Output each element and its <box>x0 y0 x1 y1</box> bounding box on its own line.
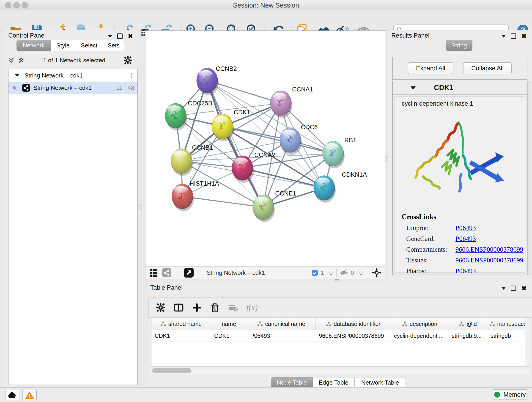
entry-collapse-icon[interactable] <box>411 86 416 89</box>
table-options-gear-icon[interactable] <box>156 303 166 313</box>
node-label: CCNE1 <box>275 190 296 197</box>
network-label: String Network – cdk1 <box>33 84 92 91</box>
expand-all-chevron-icon[interactable] <box>17 56 25 64</box>
column-network-icon <box>326 321 331 326</box>
table-cell[interactable]: stringdb <box>487 330 529 341</box>
network-list-toolbar: 1 of 1 Network selected <box>2 54 138 67</box>
gene-entry-body: cyclin-dependent kinase 1 <box>394 96 525 273</box>
panel-float-icon[interactable] <box>511 286 516 291</box>
column-header-label: name <box>222 321 236 327</box>
panel-float-icon[interactable] <box>117 33 123 39</box>
network-view-share-icon[interactable] <box>162 268 172 278</box>
tab-select[interactable]: Select <box>75 40 103 51</box>
create-column-plus-icon[interactable] <box>192 303 202 313</box>
tab-node-table[interactable]: Node Table <box>271 377 313 388</box>
node-label: HIST1H1A <box>190 180 219 187</box>
column-header-database-identifier[interactable]: database identifier <box>316 318 391 330</box>
crosslinks-title: CrossLinks <box>402 213 525 221</box>
column-header-name[interactable]: name <box>211 318 247 330</box>
tab-sets[interactable]: Sets <box>103 40 124 51</box>
network-options-gear-icon[interactable] <box>123 56 133 65</box>
collection-count: 1 <box>130 72 133 79</box>
node-label: CCNA2 <box>254 152 275 158</box>
table-row[interactable]: CDK1CDK1P064939606.ENSP00000378699cyclin… <box>152 330 529 341</box>
tab-edge-table[interactable]: Edge Table <box>313 377 355 388</box>
results-scrollbar[interactable] <box>527 81 531 275</box>
show-columns-icon[interactable] <box>173 302 184 313</box>
column-header--id[interactable]: @id <box>448 318 487 330</box>
panel-float-icon[interactable] <box>511 33 516 39</box>
table-vertical-scrollbar[interactable] <box>525 318 529 367</box>
node-label: CCNB1 <box>192 144 213 151</box>
birdseye-grid-icon[interactable] <box>149 268 158 277</box>
collapse-all-button[interactable]: Collapse All <box>463 62 512 74</box>
column-network-icon <box>257 321 263 326</box>
protein-structure-image <box>411 113 509 205</box>
network-node-hist1h1a[interactable]: HIST1H1A <box>172 180 219 211</box>
delete-column-trash-icon[interactable] <box>210 302 220 313</box>
selected-checkbox-icon[interactable] <box>312 269 318 276</box>
column-header-description[interactable]: description <box>391 318 449 330</box>
crosslink-link[interactable]: P06493 <box>456 267 476 275</box>
column-header-shared-name[interactable]: shared name <box>152 318 211 330</box>
network-node-cdc6[interactable]: CDC6 <box>280 124 318 155</box>
crosslink-link[interactable]: P06493 <box>456 235 476 242</box>
memory-label: Memory <box>503 391 526 398</box>
crosslink-link[interactable]: 9606.ENSP00000378699 <box>456 256 523 264</box>
panel-close-icon[interactable]: ✖ <box>128 34 133 38</box>
network-node-ccna2[interactable]: CCNA2 <box>232 152 275 183</box>
network-status-dot <box>13 86 16 89</box>
expand-all-button[interactable]: Expand All <box>408 62 454 74</box>
table-cell[interactable]: stringdb:9... <box>448 330 487 341</box>
table-cell[interactable]: CDK1 <box>152 330 211 341</box>
warnings-button[interactable] <box>22 390 37 400</box>
crosslink-row: Uniprot:P06493 <box>406 224 525 232</box>
scrollbar-thumb[interactable] <box>152 368 191 373</box>
footer-network-name: String Network – cdk1 <box>207 269 265 276</box>
network-node-cdkn1a[interactable]: CDKN1A <box>314 171 367 203</box>
network-node-ccne1[interactable]: CCNE1 <box>253 190 296 222</box>
panel-menu-icon[interactable] <box>108 35 112 38</box>
table-cell[interactable]: P06493 <box>247 330 316 341</box>
memory-button[interactable]: Memory <box>493 389 527 400</box>
network-node-rb1[interactable]: RB1 <box>323 137 356 168</box>
cloud-icon <box>7 392 17 399</box>
tab-style[interactable]: Style <box>51 40 75 51</box>
crosslink-link[interactable]: P06493 <box>456 224 476 232</box>
fit-selected-crosshair-icon[interactable] <box>372 268 381 278</box>
left-splitter-handle[interactable] <box>139 204 142 210</box>
column-header-label: canonical name <box>265 321 305 327</box>
gene-name: CDK1 <box>434 84 453 92</box>
panel-close-icon[interactable]: ✖ <box>521 34 526 38</box>
tab-network[interactable]: Network <box>17 40 51 51</box>
table-header-row: shared namenamecanonical namedatabase id… <box>152 318 529 330</box>
tab-network-table[interactable]: Network Table <box>355 377 406 388</box>
network-edge[interactable] <box>182 196 263 207</box>
table-horizontal-scrollbar[interactable] <box>150 368 530 374</box>
column-header-namespace[interactable]: namespace <box>487 318 529 330</box>
table-cell[interactable]: cyclin-dependent ... <box>391 330 449 341</box>
panel-close-icon[interactable]: ✖ <box>521 286 526 290</box>
network-selection-summary: 1 of 1 Network selected <box>43 57 105 64</box>
panel-menu-icon[interactable] <box>501 35 506 38</box>
gene-entry-header[interactable]: CDK1 <box>393 81 527 95</box>
tab-string[interactable]: String <box>446 40 472 51</box>
network-view-canvas[interactable]: CCNB2CCNA1CDC25BCDK1CDC6RB1CCNB1CCNA2CDK… <box>145 31 385 266</box>
network-row-selected[interactable]: String Network – cdk1 11 48 <box>8 82 138 94</box>
network-view-footer: String Network – cdk1 1 - 0 0 - 0 <box>145 266 385 279</box>
table-cell[interactable]: CDK1 <box>211 330 247 341</box>
collapse-all-chevron-icon[interactable] <box>7 56 15 64</box>
panel-menu-icon[interactable] <box>501 287 506 290</box>
network-collection-row[interactable]: String Network – cdk1 1 <box>8 69 138 82</box>
table-cell[interactable]: 9606.ENSP00000378699 <box>316 330 391 341</box>
cloud-status-button[interactable] <box>5 390 19 400</box>
crosslink-row: Compartments:9606.ENSP00000378699 <box>406 246 525 253</box>
hidden-eye-slash-icon[interactable] <box>340 268 348 277</box>
collection-expand-icon[interactable] <box>15 74 19 77</box>
network-edge[interactable] <box>207 80 263 207</box>
network-node-ccnb2[interactable]: CCNB2 <box>196 65 237 95</box>
column-header-canonical-name[interactable]: canonical name <box>247 318 316 330</box>
open-in-new-icon[interactable] <box>184 268 194 278</box>
network-graph[interactable]: CCNB2CCNA1CDC25BCDK1CDC6RB1CCNB1CCNA2CDK… <box>146 31 385 266</box>
crosslink-link[interactable]: 9606.ENSP00000378699 <box>456 246 523 253</box>
